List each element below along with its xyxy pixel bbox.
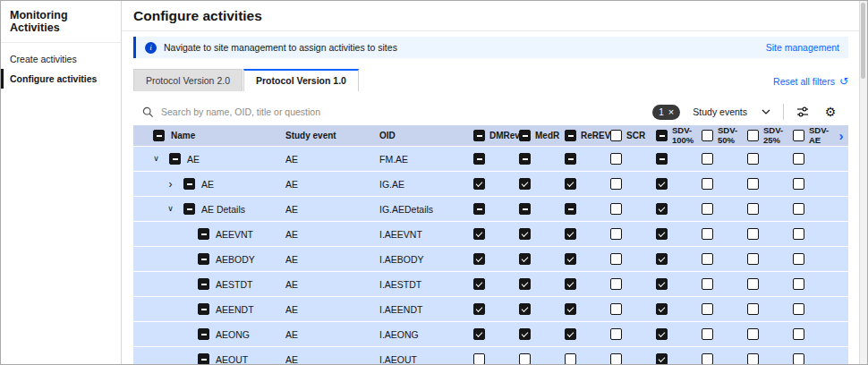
chevron-down-icon[interactable]: ∨: [149, 155, 163, 163]
activity-checkbox[interactable]: [565, 303, 576, 315]
row-select-checkbox[interactable]: [198, 253, 209, 265]
activity-checkbox[interactable]: [610, 203, 622, 215]
activity-checkbox[interactable]: [473, 303, 485, 315]
tab-protocol-version-1-0[interactable]: Protocol Version 1.0: [243, 69, 359, 91]
activity-checkbox[interactable]: [519, 228, 531, 240]
settings-adjust-icon[interactable]: [794, 103, 812, 121]
activity-checkbox[interactable]: [610, 228, 622, 240]
activity-checkbox[interactable]: [702, 203, 713, 215]
activity-checkbox[interactable]: [793, 353, 804, 364]
activity-checkbox[interactable]: [473, 253, 485, 265]
table-row[interactable]: AEOUTAEI.AEOUT: [133, 347, 848, 364]
activity-checkbox[interactable]: [793, 228, 804, 240]
activity-checkbox[interactable]: [656, 253, 668, 265]
activity-checkbox[interactable]: [473, 153, 485, 165]
activity-checkbox[interactable]: [656, 228, 668, 240]
column-select-checkbox-sdv50[interactable]: [702, 130, 713, 141]
activity-checkbox[interactable]: [656, 153, 668, 165]
row-select-checkbox[interactable]: [198, 353, 209, 364]
search-input[interactable]: [161, 106, 652, 117]
activity-checkbox[interactable]: [793, 203, 804, 215]
study-events-dropdown[interactable]: Study events: [690, 106, 773, 117]
activity-checkbox[interactable]: [565, 203, 576, 215]
activity-checkbox[interactable]: [473, 353, 485, 364]
activity-checkbox[interactable]: [565, 228, 576, 240]
activity-checkbox[interactable]: [519, 178, 531, 190]
row-select-checkbox[interactable]: [198, 303, 209, 315]
activity-checkbox[interactable]: [747, 353, 759, 364]
row-select-checkbox[interactable]: [198, 228, 209, 240]
row-select-checkbox[interactable]: [198, 278, 209, 290]
reset-all-filters-link[interactable]: Reset all filters ↺: [773, 76, 848, 91]
table-row[interactable]: AEENDTAEI.AEENDT: [133, 297, 848, 322]
activity-checkbox[interactable]: [747, 153, 759, 165]
column-select-checkbox-medr[interactable]: [519, 130, 531, 141]
activity-checkbox[interactable]: [793, 153, 804, 165]
activity-checkbox[interactable]: [610, 303, 622, 315]
tab-protocol-version-2-0[interactable]: Protocol Version 2.0: [133, 69, 243, 91]
activity-checkbox[interactable]: [656, 328, 668, 340]
activity-checkbox[interactable]: [519, 253, 531, 265]
activity-checkbox[interactable]: [793, 278, 804, 290]
activity-checkbox[interactable]: [473, 278, 485, 290]
activity-checkbox[interactable]: [747, 253, 759, 265]
column-select-checkbox-dmrev[interactable]: [473, 130, 485, 141]
table-row[interactable]: ›AEAEIG.AE: [133, 172, 848, 197]
site-management-link[interactable]: Site management: [766, 42, 839, 53]
activity-checkbox[interactable]: [656, 303, 668, 315]
tag-dismiss-button[interactable]: ×: [668, 107, 674, 117]
filter-count-tag[interactable]: 1 ×: [652, 105, 680, 120]
activity-checkbox[interactable]: [747, 328, 759, 340]
activity-checkbox[interactable]: [793, 253, 804, 265]
activity-checkbox[interactable]: [519, 328, 531, 340]
activity-checkbox[interactable]: [702, 353, 713, 364]
activity-checkbox[interactable]: [565, 278, 576, 290]
column-select-checkbox-sdv100[interactable]: [656, 130, 668, 141]
activity-checkbox[interactable]: [702, 228, 713, 240]
activity-checkbox[interactable]: [747, 228, 759, 240]
chevron-down-icon[interactable]: ∨: [164, 205, 177, 213]
activity-checkbox[interactable]: [747, 278, 759, 290]
activity-checkbox[interactable]: [565, 328, 576, 340]
activity-checkbox[interactable]: [702, 253, 713, 265]
activity-checkbox[interactable]: [610, 328, 622, 340]
gear-icon[interactable]: ⚙: [821, 103, 839, 121]
activity-checkbox[interactable]: [793, 328, 804, 340]
scrollbar-thumb[interactable]: [861, 3, 865, 79]
table-row[interactable]: AESTDTAEI.AESTDT: [133, 272, 848, 297]
activity-checkbox[interactable]: [565, 178, 576, 190]
activity-checkbox[interactable]: [610, 353, 622, 364]
activity-checkbox[interactable]: [702, 153, 713, 165]
activity-checkbox[interactable]: [610, 153, 622, 165]
activity-checkbox[interactable]: [656, 178, 668, 190]
activity-checkbox[interactable]: [656, 278, 668, 290]
select-all-checkbox[interactable]: [153, 130, 165, 141]
column-select-checkbox-rerev[interactable]: [565, 130, 576, 141]
sidebar-item-create-activities[interactable]: Create activities: [1, 49, 121, 69]
activity-checkbox[interactable]: [519, 353, 531, 364]
activity-checkbox[interactable]: [565, 153, 576, 165]
scroll-columns-right-button[interactable]: ›: [834, 129, 848, 142]
activity-checkbox[interactable]: [747, 203, 759, 215]
activity-checkbox[interactable]: [565, 353, 576, 364]
activity-checkbox[interactable]: [519, 203, 531, 215]
activity-checkbox[interactable]: [473, 328, 485, 340]
activity-checkbox[interactable]: [610, 278, 622, 290]
column-select-checkbox-sdvae[interactable]: [793, 130, 804, 141]
row-select-checkbox[interactable]: [183, 203, 195, 215]
activity-checkbox[interactable]: [793, 178, 804, 190]
sidebar-item-configure-activities[interactable]: Configure activities: [1, 69, 121, 89]
activity-checkbox[interactable]: [473, 178, 485, 190]
activity-checkbox[interactable]: [519, 153, 531, 165]
row-select-checkbox[interactable]: [169, 153, 181, 165]
activity-checkbox[interactable]: [747, 178, 759, 190]
row-select-checkbox[interactable]: [198, 328, 209, 340]
row-select-checkbox[interactable]: [183, 178, 195, 190]
column-select-checkbox-scr[interactable]: [610, 130, 622, 141]
activity-checkbox[interactable]: [519, 278, 531, 290]
table-row[interactable]: AEBODYAEI.AEBODY: [133, 247, 848, 272]
vertical-scrollbar[interactable]: [859, 1, 867, 364]
table-row[interactable]: AEONGAEI.AEONG: [133, 322, 848, 347]
activity-checkbox[interactable]: [702, 178, 713, 190]
table-row[interactable]: AEEVNTAEI.AEEVNT: [133, 222, 848, 247]
